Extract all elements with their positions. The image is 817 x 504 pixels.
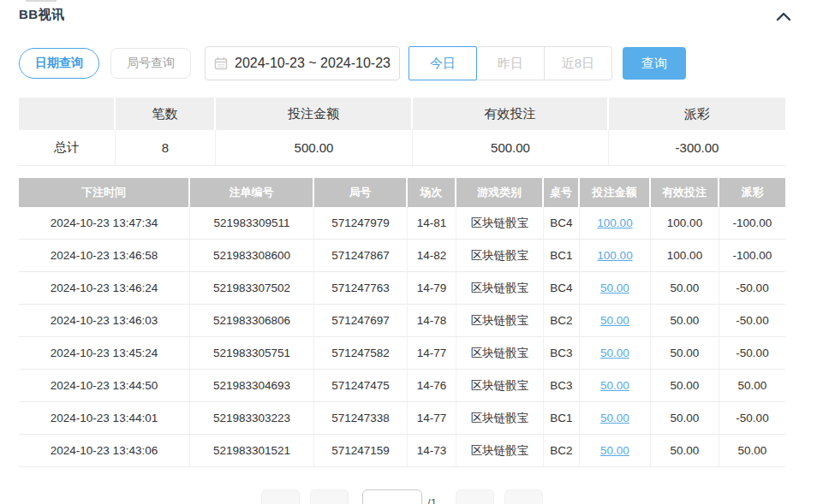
cell-payout: -50.00 [719,337,785,370]
cell-time: 2024-10-23 13:44:50 [19,370,190,402]
calendar-icon [214,56,228,70]
pagination-bar: ◀◀ ◀ 1 /1 ▶ ▶▶ [19,489,785,504]
cell-payout: 50.00 [719,435,785,467]
cell-game: 区块链骰宝 [456,240,544,272]
cell-valid: 50.00 [651,402,719,435]
col-header-time: 下注时间 [19,178,190,207]
cell-time: 2024-10-23 13:43:06 [19,435,190,467]
cell-round_no: 571247582 [314,337,408,370]
prev-page-button[interactable]: ◀ [310,489,349,504]
cell-session: 14-77 [408,402,456,435]
cell-order_no: 521983304693 [190,370,314,402]
cell-game: 区块链骰宝 [456,337,544,370]
col-header-game-type: 游戏类别 [456,178,544,207]
cell-time: 2024-10-23 13:44:01 [19,402,190,435]
cell-order_no: 521983307502 [190,272,314,305]
cell-round_no: 571247159 [314,435,408,467]
tab-date-query[interactable]: 日期查询 [19,48,99,79]
first-page-button[interactable]: ◀◀ [261,489,300,504]
cell-time: 2024-10-23 13:46:03 [19,305,190,337]
col-header-round-no: 局号 [314,178,408,207]
bet-amount-link[interactable]: 50.00 [600,314,629,327]
bet-amount-link[interactable]: 100.00 [597,249,632,262]
summary-table: 笔数 投注金额 有效投注 派彩 总计 8 500.00 500.00 -300.… [19,98,785,166]
cell-session: 14-73 [408,435,456,467]
cell-game: 区块链骰宝 [456,435,544,467]
bet-amount-link[interactable]: 100.00 [597,216,632,229]
table-row: 2024-10-23 13:47:34521983309511571247979… [19,207,785,240]
cell-order_no: 521983305751 [190,337,314,370]
summary-total-valid-bet: 500.00 [413,130,609,166]
cell-game: 区块链骰宝 [456,402,544,435]
col-header-table-no: 桌号 [544,178,580,207]
cell-round_no: 571247763 [314,272,408,305]
page-title: BB视讯 [19,7,65,21]
table-row: 2024-10-23 13:46:58521983308600571247867… [19,240,785,272]
date-range-value: 2024-10-23 ~ 2024-10-23 [235,56,391,71]
bet-amount-link[interactable]: 50.00 [600,282,629,294]
cell-bet: 100.00 [580,240,651,272]
cell-session: 14-78 [408,305,456,337]
col-header-bet-amount: 投注金额 [580,178,651,207]
panel-header: BB视讯 [19,7,785,27]
bb-video-panel: BB视讯 日期查询 局号查询 2024-10-23 ~ 2024-10-23 今… [0,0,817,504]
last-page-button[interactable]: ▶▶ [504,489,543,504]
summary-total-bet-amount: 500.00 [216,130,413,166]
quick-range-today[interactable]: 今日 [408,46,477,80]
cell-payout: -50.00 [719,272,785,305]
summary-header-row: 笔数 投注金额 有效投注 派彩 [19,98,785,130]
date-range-input[interactable]: 2024-10-23 ~ 2024-10-23 [205,46,400,80]
cell-order_no: 521983309511 [190,207,314,240]
cell-valid: 50.00 [651,370,719,402]
cell-time: 2024-10-23 13:46:24 [19,272,190,305]
next-page-button[interactable]: ▶ [456,489,494,504]
cell-round_no: 571247867 [314,240,408,272]
bet-amount-link[interactable]: 50.00 [600,412,629,424]
cell-payout: -100.00 [719,207,785,240]
cell-table_no: BC3 [544,370,580,402]
cell-table_no: BC2 [544,435,580,467]
col-header-session: 场次 [408,178,456,207]
bet-table-body: 2024-10-23 13:47:34521983309511571247979… [19,207,785,467]
cell-order_no: 521983303223 [190,402,314,435]
bet-amount-link[interactable]: 50.00 [600,444,629,457]
summary-total-row: 总计 8 500.00 500.00 -300.00 [19,130,785,166]
summary-header-payout: 派彩 [609,98,785,130]
right-arrow-icon: ▶ [470,501,479,504]
cell-round_no: 571247475 [314,370,408,402]
quick-range-last8days[interactable]: 近8日 [544,46,612,80]
cell-game: 区块链骰宝 [456,272,544,305]
cell-order_no: 521983308600 [190,240,314,272]
tab-round-query[interactable]: 局号查询 [110,48,191,79]
cell-session: 14-82 [408,240,456,272]
bet-amount-link[interactable]: 50.00 [600,379,629,392]
table-row: 2024-10-23 13:43:06521983301521571247159… [19,435,785,467]
bet-amount-link[interactable]: 50.00 [600,347,629,359]
summary-header-bet-amount: 投注金额 [216,98,413,130]
col-header-valid-bet: 有效投注 [651,178,719,207]
cell-payout: -100.00 [719,240,785,272]
cell-session: 14-76 [408,370,456,402]
cell-time: 2024-10-23 13:47:34 [19,207,190,240]
cell-valid: 50.00 [651,305,719,337]
cell-table_no: BC4 [544,207,580,240]
cell-session: 14-77 [408,337,456,370]
col-header-order-no: 注单编号 [190,178,314,207]
cell-session: 14-79 [408,272,456,305]
cell-table_no: BC1 [544,240,580,272]
cell-bet: 50.00 [580,402,651,435]
table-row: 2024-10-23 13:44:01521983303223571247338… [19,402,785,435]
table-row: 2024-10-23 13:44:50521983304693571247475… [19,370,785,402]
page-select[interactable]: 1 [362,489,422,504]
table-row: 2024-10-23 13:46:03521983306806571247697… [19,305,785,337]
cell-valid: 100.00 [651,207,719,240]
cell-bet: 50.00 [580,272,651,305]
cell-order_no: 521983301521 [190,435,314,467]
cell-table_no: BC1 [544,402,580,435]
cell-table_no: BC3 [544,337,580,370]
bet-table-header-row: 下注时间 注单编号 局号 场次 游戏类别 桌号 投注金额 有效投注 派彩 [19,178,785,207]
cell-game: 区块链骰宝 [456,305,544,337]
search-button[interactable]: 查询 [623,47,686,80]
quick-range-yesterday[interactable]: 昨日 [476,46,545,80]
collapse-panel-button[interactable] [772,7,796,26]
